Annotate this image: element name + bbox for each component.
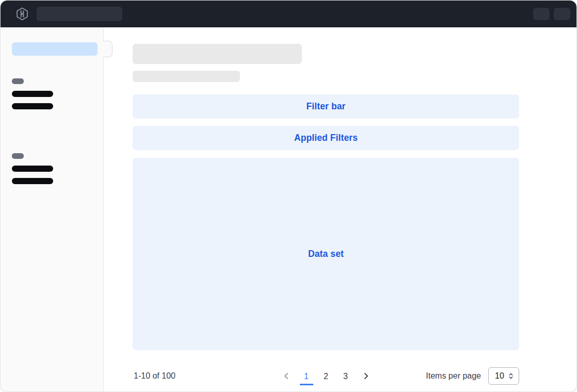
sidebar-item-placeholder-2[interactable] <box>12 103 53 109</box>
sidebar-active-item-placeholder[interactable] <box>12 42 98 56</box>
unfold-more-icon <box>507 372 515 380</box>
items-per-page-label: Items per page <box>426 371 481 381</box>
applied-filters-label: Applied Filters <box>294 133 358 143</box>
header-action-placeholder-2[interactable] <box>554 8 570 20</box>
chevron-left-icon <box>282 372 291 380</box>
hashicorp-logo-icon[interactable] <box>15 7 29 21</box>
app-header <box>1 1 576 27</box>
page-subtitle-placeholder <box>133 71 240 82</box>
page-button-3[interactable]: 3 <box>339 367 352 385</box>
sidebar-item-placeholder-1[interactable] <box>12 91 53 97</box>
data-set-section: Data set <box>133 158 519 350</box>
sidebar-toggle-button[interactable] <box>103 41 113 57</box>
app-window: Filter bar Applied Filters Data set 1-10… <box>0 0 577 392</box>
page-title-placeholder <box>133 44 302 64</box>
hashicorp-hexagon-h-icon <box>15 7 29 21</box>
sidebar-item-placeholder-3[interactable] <box>12 166 53 172</box>
items-per-page-value: 10 <box>495 371 504 381</box>
pagination-bar: 1-10 of 100 1 2 3 Items per page <box>133 366 519 386</box>
data-set-label: Data set <box>308 249 344 259</box>
page-button-2[interactable]: 2 <box>319 367 333 385</box>
header-nav-placeholder[interactable] <box>37 7 122 21</box>
sidebar-item-placeholder-4[interactable] <box>12 178 53 184</box>
items-per-page-select[interactable]: 10 <box>488 367 519 385</box>
filter-bar-label: Filter bar <box>307 101 346 112</box>
applied-filters-section: Applied Filters <box>133 126 519 150</box>
sidebar-section-label-placeholder-1 <box>12 78 24 84</box>
chevron-right-icon <box>362 372 370 380</box>
filter-bar-section: Filter bar <box>133 94 519 119</box>
page-button-1[interactable]: 1 <box>300 367 313 385</box>
sidebar <box>1 27 104 392</box>
next-page-button[interactable] <box>359 367 373 385</box>
sidebar-section-label-placeholder-2 <box>12 153 24 159</box>
items-per-page-control: Items per page 10 <box>426 367 519 385</box>
header-action-placeholder-1[interactable] <box>533 8 550 20</box>
previous-page-button[interactable] <box>279 367 294 385</box>
